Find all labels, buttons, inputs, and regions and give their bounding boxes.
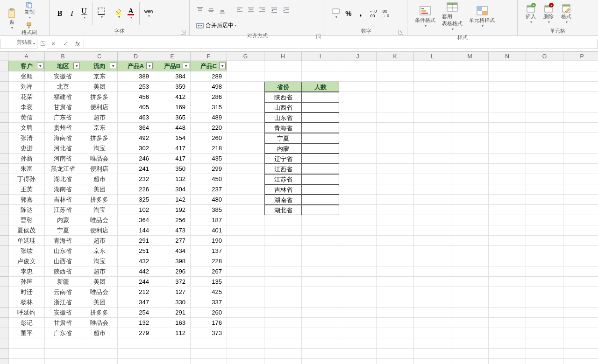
cell[interactable] [451,164,489,174]
cell[interactable] [563,287,598,297]
cell[interactable] [118,349,154,359]
cell[interactable]: 364 [118,215,154,225]
align-bottom-button[interactable] [217,6,228,14]
cell[interactable] [302,225,339,236]
cell[interactable]: 唯品会 [81,287,118,297]
cell[interactable] [339,297,377,308]
cell[interactable]: 237 [191,184,227,195]
cell[interactable]: 彭记 [8,318,45,328]
cell[interactable] [264,266,302,277]
filter-button[interactable]: ▾ [219,63,226,69]
cell[interactable]: 京东 [81,71,118,82]
cell[interactable] [451,82,489,92]
cell[interactable]: 广东省 [45,328,81,338]
cell[interactable]: 492 [118,133,154,143]
cell[interactable]: 347 [118,297,154,308]
cell[interactable] [339,82,377,92]
cell[interactable] [264,308,302,318]
cell[interactable] [81,338,118,349]
column-filter-header[interactable]: 流向▾ [81,61,118,71]
cell[interactable]: 孙匡 [8,277,45,287]
align-left-button[interactable] [234,6,245,14]
cell[interactable] [339,133,377,143]
cell[interactable] [414,184,451,195]
filter-button[interactable]: ▾ [37,63,43,69]
cell[interactable]: 云南省 [45,287,81,297]
cell[interactable]: 淘宝 [81,256,118,266]
cell[interactable]: 宁夏 [45,225,81,236]
cell[interactable]: 302 [118,143,154,154]
cell[interactable] [489,102,526,112]
column-header[interactable]: L [414,52,451,61]
table-format-button[interactable]: 套用 表格格式▾ [439,1,465,32]
side-table-cell[interactable]: 湖南省 [264,195,302,205]
cell[interactable] [227,328,264,338]
column-filter-header[interactable]: 客户▾ [8,61,45,71]
cell[interactable]: 260 [191,133,227,143]
cell[interactable]: 489 [191,112,227,123]
cell[interactable] [377,308,414,318]
side-table-cell[interactable] [302,154,339,164]
cell[interactable] [414,246,451,256]
cell[interactable]: 132 [154,174,191,184]
cell[interactable]: 498 [191,82,227,92]
cell[interactable] [526,215,563,225]
cell[interactable]: 226 [118,184,154,195]
cell[interactable]: 拼多多 [81,92,118,102]
cell[interactable] [302,266,339,277]
column-header[interactable]: I [302,52,339,61]
cell[interactable]: 480 [191,195,227,205]
cell[interactable] [264,287,302,297]
cell[interactable]: 450 [191,174,227,184]
enter-button[interactable]: ✓ [59,39,71,49]
row-header[interactable] [0,112,8,123]
side-table-cell[interactable]: 湖北省 [264,205,302,215]
cell[interactable] [339,174,377,184]
merge-center-button[interactable]: 合并后居中 ▾ [194,21,238,30]
cell[interactable] [339,277,377,287]
cell[interactable] [414,61,451,71]
cell[interactable] [451,112,489,123]
font-color-button[interactable]: A▾ [125,7,136,21]
cell[interactable]: 青海省 [45,236,81,246]
cell[interactable]: 405 [118,102,154,112]
cell[interactable] [227,133,264,143]
cell[interactable] [227,123,264,133]
cell[interactable] [451,277,489,287]
cell[interactable]: 张清 [8,133,45,143]
cell[interactable] [563,102,598,112]
cell[interactable] [414,112,451,123]
cell[interactable] [563,225,598,236]
cell[interactable] [377,318,414,328]
cell[interactable] [414,164,451,174]
cell[interactable] [563,184,598,195]
cell[interactable] [377,205,414,215]
row-header[interactable] [0,297,8,308]
align-right-button[interactable] [256,6,268,14]
row-header[interactable] [0,174,8,184]
column-header[interactable]: C [81,52,118,61]
cell[interactable] [154,349,191,359]
cell[interactable] [264,318,302,328]
cell[interactable]: 417 [154,143,191,154]
cell[interactable]: 美团 [81,277,118,287]
cell[interactable] [302,246,339,256]
cell[interactable] [377,215,414,225]
cell[interactable]: 贵州省 [45,123,81,133]
cell[interactable] [339,308,377,318]
cell[interactable]: 曹彰 [8,215,45,225]
cell[interactable] [227,174,264,184]
side-table-cell[interactable] [302,92,339,102]
cell[interactable] [8,359,45,364]
cell[interactable] [451,123,489,133]
decrease-decimal-button[interactable]: .00 →.0 [380,8,392,19]
cell[interactable] [8,349,45,359]
cell[interactable] [563,164,598,174]
cell[interactable] [377,154,414,164]
side-table-cell[interactable]: 山东省 [264,112,302,123]
cell[interactable]: 127 [154,287,191,297]
cell[interactable]: 淘宝 [81,143,118,154]
cell[interactable] [302,338,339,349]
cell[interactable] [302,297,339,308]
side-table-cell[interactable]: 内蒙 [264,143,302,154]
